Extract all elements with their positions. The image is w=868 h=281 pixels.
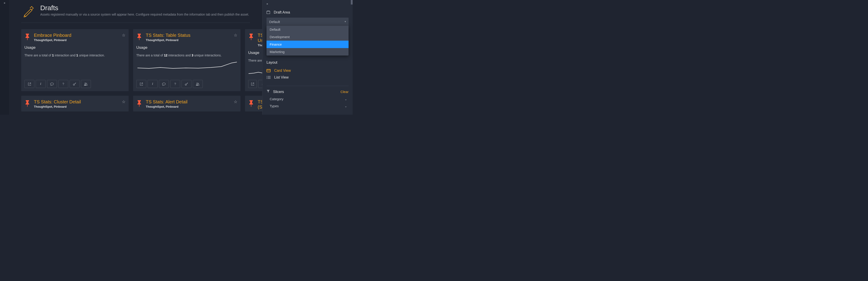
asset-subtitle: ThoughtSpot, Pinboard — [146, 38, 230, 42]
slicer-types[interactable]: Types ⌄ — [267, 101, 348, 108]
svg-point-1 — [85, 83, 86, 84]
list-view-icon — [267, 76, 271, 79]
usage-label: Usage — [248, 50, 262, 55]
svg-rect-12 — [267, 78, 267, 79]
card-view-toggle[interactable]: Card View — [267, 67, 348, 74]
pin-icon — [137, 100, 142, 108]
chevron-down-icon: ▼ — [344, 21, 346, 23]
svg-rect-8 — [267, 76, 267, 76]
left-rail: » — [0, 0, 9, 115]
info-button[interactable]: i — [148, 80, 158, 88]
info-button[interactable]: i — [36, 80, 46, 88]
asset-card[interactable]: Embrace Pinboard ThoughtSpot, Pinboard ☆… — [21, 29, 129, 91]
select-option-default[interactable]: Default — [267, 26, 348, 33]
select-option-development[interactable]: Development — [267, 33, 348, 41]
svg-rect-7 — [267, 69, 270, 72]
area-icon — [267, 11, 271, 14]
svg-rect-6 — [267, 11, 270, 14]
usage-text: There are a total of 1 interaction and 1… — [24, 54, 125, 57]
chevron-down-icon: ⌄ — [344, 104, 347, 108]
info-button[interactable]: i — [258, 80, 262, 88]
right-panel: » Draft Area Default ▼ Default Developme… — [262, 0, 352, 115]
select-option-finance[interactable]: Finance — [267, 41, 348, 48]
draft-area-select[interactable]: Default ▼ Default Development Finance Ma… — [267, 17, 348, 26]
card-actions: i ? — [136, 80, 237, 88]
card-view-icon — [267, 69, 271, 72]
asset-card[interactable]: TS Stats: Table Status ThoughtSpot, Pinb… — [133, 29, 241, 91]
svg-rect-13 — [268, 78, 271, 79]
users-button[interactable] — [193, 80, 203, 88]
svg-point-5 — [198, 83, 199, 84]
clear-slicers-button[interactable]: Clear — [340, 90, 348, 94]
help-button[interactable]: ? — [170, 80, 180, 88]
svg-rect-10 — [267, 77, 267, 78]
page-header: Drafts Assets registered manually or via… — [21, 4, 250, 23]
layout-label: Layout — [267, 61, 348, 65]
comment-button[interactable] — [159, 80, 169, 88]
asset-card[interactable]: TSUs Tho Usage There are a total o i — [245, 29, 262, 91]
scrollbar[interactable] — [351, 0, 352, 4]
asset-title[interactable]: TS Stats: Cluster Detail — [34, 99, 118, 105]
page-subtitle: Assets registered manually or via a sour… — [40, 13, 249, 16]
open-external-button[interactable] — [248, 80, 257, 88]
usage-sparkline — [136, 61, 237, 72]
asset-subtitle: Tho — [258, 43, 262, 47]
slicers-header: Slicers Clear — [267, 90, 348, 94]
asset-title[interactable]: TS(Se — [258, 99, 262, 110]
collapse-right-panel-button[interactable]: » — [262, 2, 352, 8]
main-content: Drafts Assets registered manually or via… — [9, 0, 262, 115]
pin-icon — [25, 100, 30, 108]
pin-icon — [25, 34, 30, 41]
comment-button[interactable] — [47, 80, 57, 88]
select-option-marketing[interactable]: Marketing — [267, 48, 348, 56]
expand-left-rail-button[interactable]: » — [4, 1, 5, 115]
list-view-toggle[interactable]: List View — [267, 74, 348, 81]
favorite-star-icon[interactable]: ☆ — [122, 33, 125, 38]
key-button[interactable] — [70, 80, 80, 88]
pin-icon — [249, 100, 254, 108]
open-external-button[interactable] — [24, 80, 34, 88]
open-external-button[interactable] — [136, 80, 146, 88]
favorite-star-icon[interactable]: ☆ — [234, 99, 237, 104]
pencil-icon — [21, 4, 35, 19]
pin-icon — [137, 34, 142, 41]
users-button[interactable] — [81, 80, 91, 88]
asset-title[interactable]: TSUs — [258, 33, 262, 43]
chevron-down-icon: ⌄ — [344, 97, 347, 101]
asset-subtitle: ThoughtSpot, Pinboard — [34, 38, 118, 42]
asset-card[interactable]: TS Stats: Alert Detail ThoughtSpot, Pinb… — [133, 96, 241, 111]
asset-title[interactable]: TS Stats: Table Status — [146, 33, 230, 38]
usage-text: There are a total o — [248, 59, 262, 62]
select-value[interactable]: Default — [267, 17, 348, 26]
asset-subtitle: ThoughtSpot, Pinboard — [146, 105, 230, 108]
svg-point-3 — [185, 84, 186, 85]
usage-sparkline — [248, 66, 262, 77]
asset-card[interactable]: TS(Se — [245, 96, 262, 111]
asset-title[interactable]: Embrace Pinboard — [34, 33, 118, 38]
favorite-star-icon[interactable]: ☆ — [122, 99, 125, 104]
pin-icon — [249, 34, 254, 41]
divider — [267, 86, 348, 86]
svg-point-2 — [86, 83, 87, 84]
usage-text: There are a total of 12 interactions and… — [136, 54, 237, 57]
page-title: Drafts — [40, 4, 249, 12]
card-actions: i — [248, 80, 262, 88]
asset-card[interactable]: TS Stats: Cluster Detail ThoughtSpot, Pi… — [21, 96, 129, 111]
key-button[interactable] — [182, 80, 191, 88]
usage-label: Usage — [136, 45, 237, 50]
slicer-category[interactable]: Category ⌄ — [267, 94, 348, 101]
asset-title[interactable]: TS Stats: Alert Detail — [146, 99, 230, 105]
slicers-label: Slicers — [273, 90, 284, 94]
asset-subtitle: ThoughtSpot, Pinboard — [34, 105, 118, 108]
svg-rect-11 — [268, 77, 271, 78]
app-root: » Drafts Assets registered manually or v… — [0, 0, 352, 115]
cards-grid: Embrace Pinboard ThoughtSpot, Pinboard ☆… — [21, 29, 250, 111]
favorite-star-icon[interactable]: ☆ — [234, 33, 237, 38]
draft-area-header: Draft Area — [267, 8, 348, 17]
help-button[interactable]: ? — [58, 80, 68, 88]
svg-rect-9 — [268, 76, 271, 76]
usage-label: Usage — [24, 45, 125, 50]
filter-icon — [267, 90, 270, 94]
card-actions: i ? — [24, 80, 125, 88]
draft-area-label: Draft Area — [274, 10, 290, 14]
